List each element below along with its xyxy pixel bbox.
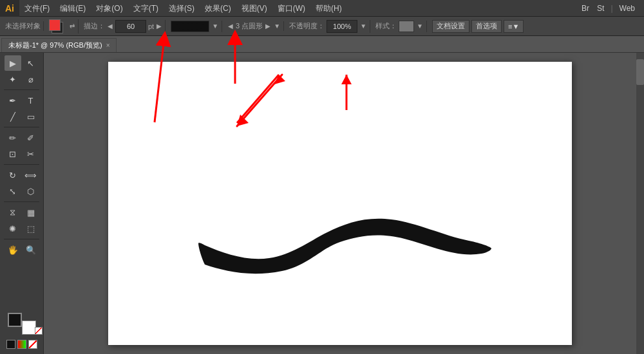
canvas-area[interactable]	[44, 53, 636, 354]
tool-row-1: ▶ ↖	[1, 55, 42, 71]
svg-marker-6	[237, 115, 249, 126]
tool-row-10: ✺ ⬚	[1, 221, 42, 236]
tool-divider-3	[4, 164, 39, 165]
svg-marker-4	[341, 75, 352, 84]
opacity-dropdown-button[interactable]: ▼	[359, 23, 367, 30]
swap-colors-button[interactable]: ⇄	[69, 23, 75, 30]
menu-bar: Ai 文件(F) 编辑(E) 对象(O) 文字(T) 选择(S) 效果(C) 视…	[0, 0, 644, 17]
column-graph-tool[interactable]: ▦	[23, 205, 39, 220]
tool-row-11: 🖐 🔍	[1, 242, 42, 257]
type-tool[interactable]: T	[23, 93, 39, 108]
menu-window[interactable]: 窗口(W)	[272, 0, 310, 17]
brush-preview[interactable]	[171, 21, 209, 32]
pencil-tool[interactable]: ✐	[23, 130, 39, 145]
magic-wand-tool[interactable]: ✦	[5, 71, 21, 87]
fill-swatch-back[interactable]	[22, 321, 36, 335]
puppet-warp-tool[interactable]: ✺	[5, 221, 21, 236]
menu-right: Br St | Web	[578, 4, 644, 13]
tool-divider-2	[4, 127, 39, 127]
stroke-decrease-button[interactable]: ◀	[107, 23, 113, 30]
lasso-tool[interactable]: ⌀	[23, 71, 39, 87]
artboard-tool[interactable]: ⬚	[23, 221, 39, 236]
rotate-tool[interactable]: ↻	[5, 167, 21, 183]
doc-settings-button[interactable]: 文档设置	[432, 20, 469, 33]
tool-row-6: ⊡ ✂	[1, 146, 42, 162]
svg-line-5	[237, 75, 282, 126]
shear-tool[interactable]: ⬡	[23, 183, 39, 199]
menu-text[interactable]: 文字(T)	[128, 0, 164, 17]
brush-dropdown-button[interactable]: ▼	[273, 23, 281, 30]
brush-prev-button[interactable]: ◀	[227, 23, 234, 30]
tool-row-4: ╱ ▭	[1, 109, 42, 124]
main-area: ▶ ↖ ✦ ⌀ ✒ T ╱ ▭ ✏ ✐ ⊡ ✂ ↻ ⟺ ⤡	[0, 53, 644, 354]
toolbar: 未选择对象 ⇄ 描边： ◀ pt ▶ ▼ ◀ 3 点圆形 ▶ ▼ 不透明度： ▼…	[0, 17, 644, 36]
shape-tool[interactable]: ▭	[23, 109, 39, 124]
menu-web[interactable]: Web	[616, 4, 639, 13]
menu-object[interactable]: 对象(O)	[91, 0, 128, 17]
color-mode-normal[interactable]	[6, 340, 15, 349]
style-dropdown-button[interactable]: ▼	[416, 23, 424, 30]
right-scrollbar[interactable]	[636, 53, 644, 354]
menu-select[interactable]: 选择(S)	[164, 0, 200, 17]
toolbar-brush-preview: ▼	[168, 21, 222, 32]
stroke-unit-label: pt	[148, 23, 154, 30]
toolbox: ▶ ↖ ✦ ⌀ ✒ T ╱ ▭ ✏ ✐ ⊡ ✂ ↻ ⟺ ⤡	[0, 53, 44, 354]
reflect-tool[interactable]: ⟺	[23, 167, 39, 183]
document-tab[interactable]: 未标题-1* @ 97% (RGB/预览) ×	[1, 38, 117, 52]
fill-swatch-front[interactable]	[8, 313, 22, 327]
menu-file[interactable]: 文件(F)	[19, 0, 55, 17]
menu-stock[interactable]: St	[593, 4, 608, 13]
tab-title: 未标题-1* @ 97% (RGB/预览)	[8, 41, 102, 50]
stroke-increase-button[interactable]: ▶	[156, 23, 162, 30]
menu-bridge[interactable]: Br	[578, 4, 593, 13]
color-swatch[interactable]	[49, 19, 67, 33]
paintbrush-tool[interactable]: ✏	[5, 130, 21, 145]
tool-row-8: ⤡ ⬡	[1, 183, 42, 199]
tab-close-button[interactable]: ×	[106, 42, 110, 49]
color-tools	[1, 309, 42, 351]
brush-expand-button[interactable]: ▼	[211, 23, 219, 30]
menu-help[interactable]: 帮助(H)	[310, 0, 347, 17]
brush-stroke	[185, 210, 495, 287]
more-options-button[interactable]: ≡▼	[504, 20, 524, 33]
tool-divider-5	[4, 239, 39, 239]
opacity-input[interactable]	[327, 20, 357, 33]
menu-effect[interactable]: 效果(C)	[200, 0, 236, 17]
brush-shape-label: 3 点圆形	[236, 21, 263, 31]
svg-point-0	[175, 23, 205, 30]
eraser-tool[interactable]: ⊡	[5, 146, 21, 162]
tab-bar: 未标题-1* @ 97% (RGB/预览) ×	[0, 36, 644, 53]
zoom-tool[interactable]: 🔍	[23, 242, 39, 257]
menu-items: 文件(F) 编辑(E) 对象(O) 文字(T) 选择(S) 效果(C) 视图(V…	[19, 0, 578, 17]
menu-view[interactable]: 视图(V)	[236, 0, 272, 17]
stroke-size-input[interactable]	[115, 20, 146, 33]
tool-divider-4	[4, 201, 39, 202]
opacity-label: 不透明度：	[289, 21, 325, 31]
stroke-label: 描边：	[84, 21, 105, 31]
annotation-arrows	[108, 62, 572, 345]
blend-tool[interactable]: ⧖	[5, 205, 21, 220]
svg-line-1	[237, 75, 279, 123]
no-selection-label: 未选择对象	[5, 21, 41, 31]
preferences-button[interactable]: 首选项	[471, 20, 502, 33]
tool-row-5: ✏ ✐	[1, 130, 42, 145]
no-color-swatch[interactable]	[35, 327, 43, 335]
svg-marker-2	[274, 75, 285, 84]
scale-tool[interactable]: ⤡	[5, 183, 21, 199]
selection-tool[interactable]: ▶	[5, 55, 21, 71]
artboard	[108, 62, 572, 345]
scissors-tool[interactable]: ✂	[23, 146, 39, 162]
swatch-foreground	[49, 19, 61, 31]
line-tool[interactable]: ╱	[5, 109, 21, 124]
color-mode-none[interactable]	[28, 340, 37, 349]
tool-row-2: ✦ ⌀	[1, 71, 42, 87]
scrollbar-thumb[interactable]	[636, 59, 644, 85]
style-swatch[interactable]	[399, 21, 414, 32]
pen-tool[interactable]: ✒	[5, 93, 21, 108]
color-mode-gradient[interactable]	[17, 340, 26, 349]
hand-tool[interactable]: 🖐	[5, 242, 21, 257]
direct-selection-tool[interactable]: ↖	[23, 55, 39, 71]
color-mode-row	[4, 340, 39, 349]
menu-edit[interactable]: 编辑(E)	[55, 0, 91, 17]
brush-next-button[interactable]: ▶	[265, 23, 271, 30]
